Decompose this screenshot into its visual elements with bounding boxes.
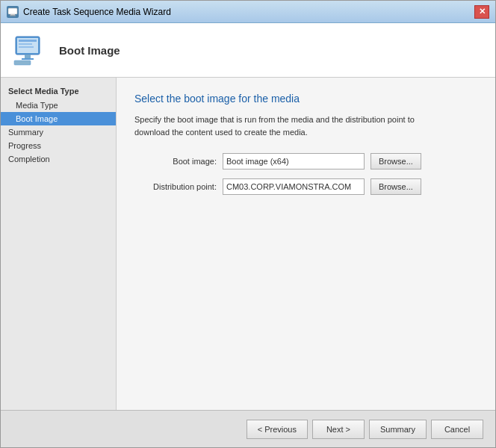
svg-rect-5 (25, 55, 31, 58)
distribution-point-label: Distribution point: (134, 182, 217, 191)
svg-rect-0 (8, 8, 17, 14)
svg-rect-1 (10, 14, 15, 16)
bottom-bar: < Previous Next > Summary Cancel (1, 410, 495, 447)
sidebar-section-label: Select Media Type (1, 84, 116, 99)
wizard-window: Create Task Sequence Media Wizard ✕ Boot… (0, 0, 496, 448)
summary-button[interactable]: Summary (369, 420, 427, 439)
main-description: Specify the boot image that is run from … (134, 113, 433, 138)
main-content: Select the boot image for the media Spec… (117, 78, 495, 410)
main-section-title: Select the boot image for the media (134, 93, 477, 105)
cancel-button[interactable]: Cancel (431, 420, 483, 439)
title-bar-left: Create Task Sequence Media Wizard (7, 6, 171, 18)
svg-rect-2 (10, 15, 16, 16)
app-icon (7, 6, 19, 18)
distribution-point-row: Distribution point: Browse... (134, 178, 477, 195)
svg-rect-6 (22, 58, 34, 60)
boot-image-label: Boot image: (134, 157, 217, 166)
distribution-point-browse-button[interactable]: Browse... (371, 178, 421, 195)
next-button[interactable]: Next > (312, 420, 365, 439)
boot-image-icon (13, 32, 49, 68)
window-title: Create Task Sequence Media Wizard (23, 7, 171, 17)
title-bar: Create Task Sequence Media Wizard ✕ (1, 1, 495, 23)
distribution-point-input[interactable] (223, 178, 365, 195)
boot-image-input[interactable] (223, 153, 365, 169)
sidebar-item-summary[interactable]: Summary (1, 125, 116, 139)
svg-rect-9 (19, 43, 32, 45)
wizard-header: Boot Image (1, 23, 495, 78)
sidebar-item-completion[interactable]: Completion (1, 152, 116, 166)
boot-image-row: Boot image: Browse... (134, 153, 477, 169)
content-area: Select Media Type Media Type Boot Image … (1, 78, 495, 410)
sidebar-item-media-type[interactable]: Media Type (1, 99, 116, 112)
sidebar-item-progress[interactable]: Progress (1, 139, 116, 152)
boot-image-browse-button[interactable]: Browse... (371, 153, 421, 169)
svg-rect-7 (14, 60, 31, 65)
svg-rect-8 (19, 40, 37, 42)
sidebar: Select Media Type Media Type Boot Image … (1, 78, 117, 410)
previous-button[interactable]: < Previous (247, 420, 308, 439)
header-title: Boot Image (59, 44, 120, 57)
sidebar-item-boot-image[interactable]: Boot Image (1, 112, 116, 125)
svg-rect-10 (19, 46, 34, 48)
close-button[interactable]: ✕ (474, 5, 489, 19)
